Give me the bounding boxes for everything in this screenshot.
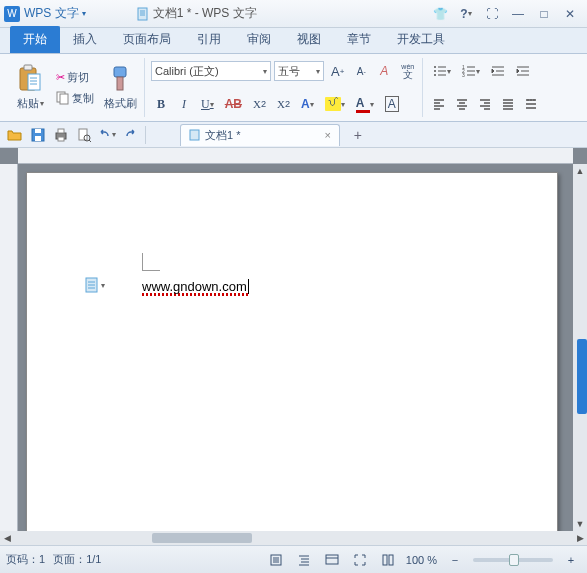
page[interactable]: ▾ www.gndown.com [26, 172, 558, 531]
align-left-button[interactable] [429, 93, 449, 115]
zoom-level[interactable]: 100 % [406, 554, 437, 566]
view-outline-button[interactable] [294, 550, 314, 570]
document-content[interactable]: www.gndown.com [142, 279, 249, 296]
document-tab-label: 文档1 * [205, 128, 240, 143]
app-name: WPS 文字 [24, 5, 79, 22]
align-center-button[interactable] [452, 93, 472, 115]
svg-point-8 [434, 66, 436, 68]
align-justify-button[interactable] [498, 93, 518, 115]
svg-rect-18 [58, 129, 64, 133]
font-group: Calibri (正文)▾ 五号▾ A+ A- A wén文 B I U▾ AB… [147, 58, 423, 117]
italic-button[interactable]: I [174, 93, 194, 115]
quick-access-toolbar: ▾ 文档1 * × + [0, 122, 587, 148]
bullet-list-button[interactable]: ▾ [429, 60, 455, 82]
horizontal-ruler[interactable] [18, 148, 573, 164]
shrink-font-button[interactable]: A- [351, 60, 371, 82]
expand-icon[interactable]: ⛶ [479, 3, 505, 25]
font-size-select[interactable]: 五号▾ [274, 61, 324, 81]
svg-point-10 [434, 74, 436, 76]
minimize-button[interactable]: — [505, 3, 531, 25]
tab-chapter[interactable]: 章节 [334, 26, 384, 53]
tab-view[interactable]: 视图 [284, 26, 334, 53]
zoom-out-button[interactable]: − [445, 550, 465, 570]
vertical-scrollbar[interactable]: ▲ ▼ [573, 164, 587, 531]
horizontal-scrollbar[interactable]: ◀ ▶ [0, 531, 587, 545]
font-name-select[interactable]: Calibri (正文)▾ [151, 61, 271, 81]
paste-label: 粘贴 [17, 96, 39, 111]
tab-review[interactable]: 审阅 [234, 26, 284, 53]
redo-button[interactable] [119, 125, 141, 145]
tab-insert[interactable]: 插入 [60, 26, 110, 53]
svg-rect-5 [60, 94, 68, 104]
zoom-slider[interactable] [473, 558, 553, 562]
tab-references[interactable]: 引用 [184, 26, 234, 53]
copy-button[interactable]: 复制 [54, 90, 96, 107]
tab-start[interactable]: 开始 [10, 26, 60, 53]
number-list-button[interactable]: 123▾ [458, 60, 484, 82]
print-button[interactable] [50, 125, 72, 145]
undo-button[interactable]: ▾ [96, 125, 118, 145]
paragraph-group: ▾ 123▾ [425, 58, 545, 117]
svg-rect-26 [383, 555, 387, 565]
superscript-button[interactable]: X2 [249, 93, 270, 115]
svg-rect-16 [35, 129, 41, 133]
view-print-layout-button[interactable] [266, 550, 286, 570]
grow-font-button[interactable]: A+ [327, 60, 348, 82]
zoom-slider-knob[interactable] [509, 554, 519, 566]
page-count-label: 页面：1/1 [53, 552, 101, 567]
bold-button[interactable]: B [151, 93, 171, 115]
document-tab[interactable]: 文档1 * × [180, 124, 340, 146]
title-bar: W WPS 文字 ▾ 文档1 * - WPS 文字 👕 ?▾ ⛶ — □ ✕ [0, 0, 587, 28]
skin-icon[interactable]: 👕 [427, 3, 453, 25]
svg-rect-2 [24, 65, 32, 70]
distribute-button[interactable] [521, 93, 541, 115]
svg-rect-20 [79, 129, 87, 140]
titlebar-doc-title: 文档1 * - WPS 文字 [136, 5, 257, 22]
scroll-left-icon[interactable]: ◀ [0, 531, 14, 545]
increase-indent-button[interactable] [512, 60, 534, 82]
close-button[interactable]: ✕ [557, 3, 583, 25]
text-cursor [248, 279, 249, 294]
vertical-scroll-thumb[interactable] [577, 339, 587, 414]
close-tab-icon[interactable]: × [324, 129, 330, 141]
open-button[interactable] [4, 125, 26, 145]
horizontal-scroll-thumb[interactable] [152, 533, 252, 543]
scroll-down-icon[interactable]: ▼ [573, 517, 587, 531]
workspace: ▾ www.gndown.com ▲ ▼ [0, 148, 587, 531]
font-color-button[interactable]: A▾ [352, 93, 378, 115]
scroll-up-icon[interactable]: ▲ [573, 164, 587, 178]
help-icon[interactable]: ?▾ [453, 3, 479, 25]
text-effects-button[interactable]: A▾ [297, 93, 318, 115]
zoom-in-button[interactable]: + [561, 550, 581, 570]
section-indicator-icon[interactable]: ▾ [85, 277, 105, 293]
tab-devtools[interactable]: 开发工具 [384, 26, 458, 53]
decrease-indent-button[interactable] [487, 60, 509, 82]
maximize-button[interactable]: □ [531, 3, 557, 25]
clear-format-button[interactable]: A [374, 60, 394, 82]
svg-rect-6 [114, 67, 126, 77]
new-tab-button[interactable]: + [347, 125, 369, 145]
view-web-button[interactable] [322, 550, 342, 570]
scroll-right-icon[interactable]: ▶ [573, 531, 587, 545]
strikethrough-button[interactable]: AB [221, 93, 246, 115]
phonetic-guide-button[interactable]: wén文 [397, 60, 418, 82]
paste-button[interactable]: 粘贴▾ [10, 59, 50, 117]
highlight-button[interactable]: ꪜ▾ [321, 93, 349, 115]
app-menu-caret-icon[interactable]: ▾ [82, 9, 86, 18]
status-bar: 页码：1 页面：1/1 100 % − + [0, 545, 587, 573]
cut-button[interactable]: ✂剪切 [54, 69, 96, 86]
subscript-button[interactable]: X2 [273, 93, 294, 115]
underline-button[interactable]: U▾ [197, 93, 218, 115]
ribbon: 粘贴▾ ✂剪切 复制 格式刷 Calibri (正文)▾ 五号▾ A+ A- A… [0, 54, 587, 122]
char-border-button[interactable]: A [381, 93, 403, 115]
tab-page-layout[interactable]: 页面布局 [110, 26, 184, 53]
save-button[interactable] [27, 125, 49, 145]
fullscreen-button[interactable] [350, 550, 370, 570]
app-logo-icon: W [4, 6, 20, 22]
print-preview-button[interactable] [73, 125, 95, 145]
align-right-button[interactable] [475, 93, 495, 115]
vertical-ruler[interactable] [0, 164, 18, 531]
format-painter-button[interactable]: 格式刷 [100, 59, 140, 117]
svg-point-9 [434, 70, 436, 72]
zoom-panel-button[interactable] [378, 550, 398, 570]
